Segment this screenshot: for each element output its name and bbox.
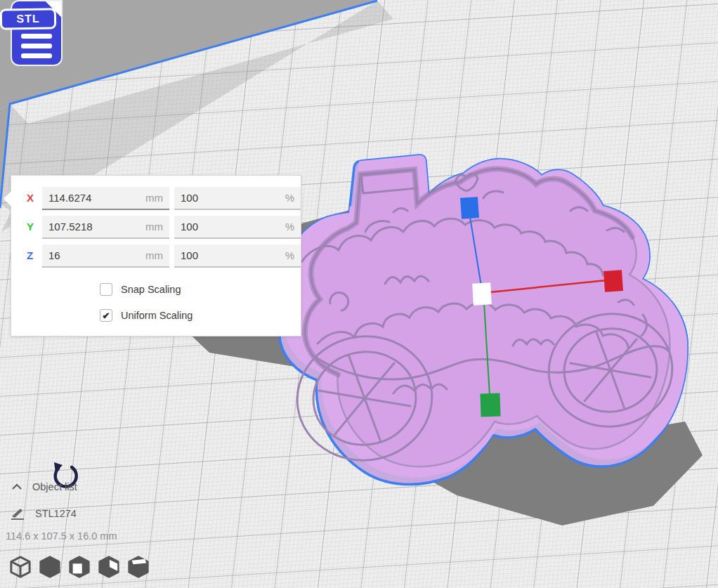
y-mm-field[interactable]: mm: [42, 216, 169, 239]
y-percent-field[interactable]: %: [174, 216, 301, 239]
z-percent-input[interactable]: [181, 249, 251, 261]
scale-handle-center[interactable]: [472, 282, 492, 305]
object-list-title: Object list: [32, 481, 77, 492]
x-mm-field[interactable]: mm: [42, 187, 169, 210]
z-mm-unit: mm: [145, 249, 163, 261]
panel-pointer: [4, 191, 11, 207]
scale-row-x: X mm %: [11, 187, 301, 210]
scale-handle-y[interactable]: [480, 393, 500, 417]
y-mm-unit: mm: [145, 221, 163, 233]
object-name: STL1274: [35, 508, 77, 519]
z-percent-field[interactable]: %: [174, 244, 301, 268]
object-list-item[interactable]: STL1274: [10, 506, 77, 521]
stl-label: STL: [0, 8, 56, 30]
object-list-toggle[interactable]: Object list: [11, 481, 77, 492]
uniform-scaling-checkbox[interactable]: ✔: [100, 309, 112, 322]
pencil-icon: [10, 506, 25, 521]
z-mm-field[interactable]: mm: [42, 244, 169, 268]
y-percent-input[interactable]: [181, 221, 251, 233]
camera-view-toolbar: [10, 555, 149, 579]
view-front-icon[interactable]: [39, 555, 60, 579]
stl-file-badge: STL: [0, 0, 67, 70]
axis-y-label: Y: [27, 221, 39, 233]
x-mm-input[interactable]: [48, 192, 119, 204]
x-mm-unit: mm: [145, 192, 163, 204]
scale-row-z: Z mm %: [11, 244, 301, 268]
view-3d-icon[interactable]: [10, 555, 31, 579]
uniform-scaling-label: Uniform Scaling: [121, 310, 192, 321]
x-percent-input[interactable]: [181, 192, 251, 204]
view-top-icon[interactable]: [69, 555, 90, 579]
uniform-scaling-row: ✔ Uniform Scaling: [100, 309, 192, 322]
z-percent-unit: %: [285, 249, 294, 261]
scale-tool-panel: X mm % Y mm % Z mm %: [11, 175, 301, 337]
view-right-icon[interactable]: [128, 555, 149, 579]
y-percent-unit: %: [285, 221, 294, 233]
x-percent-unit: %: [285, 192, 294, 204]
z-mm-input[interactable]: [48, 249, 119, 261]
axis-x-label: X: [27, 192, 39, 204]
model-stl1274[interactable]: [280, 148, 692, 485]
snap-scaling-label: Snap Scaling: [121, 284, 181, 295]
scale-handle-z[interactable]: [460, 197, 479, 219]
scale-handle-x[interactable]: [603, 270, 623, 292]
snap-scaling-row: Snap Scaling: [100, 283, 181, 296]
x-percent-field[interactable]: %: [174, 187, 301, 210]
scale-row-y: Y mm %: [11, 216, 301, 239]
chevron-up-icon: [11, 483, 22, 491]
axis-z-label: Z: [27, 249, 39, 261]
snap-scaling-checkbox[interactable]: [100, 283, 112, 296]
model-dimensions: 114.6 x 107.5 x 16.0 mm: [6, 530, 117, 542]
view-left-icon[interactable]: [98, 555, 119, 579]
y-mm-input[interactable]: [48, 221, 119, 233]
